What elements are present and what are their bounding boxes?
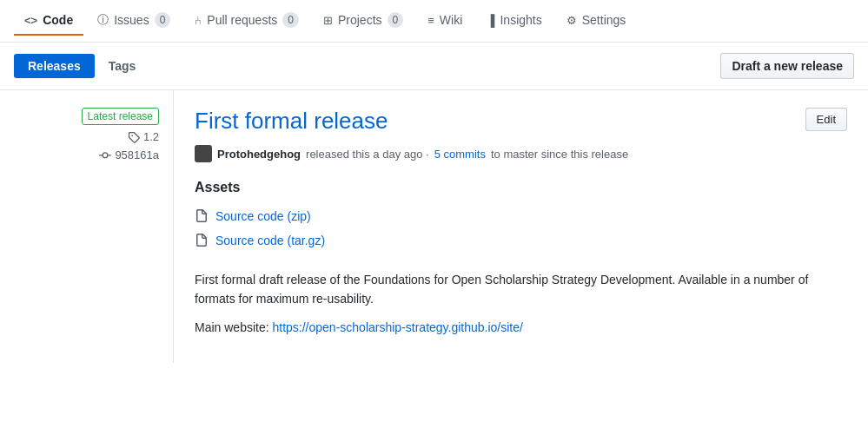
- issues-icon: ⓘ: [97, 12, 109, 28]
- main-content: Latest release 1.2 958161a First formal …: [0, 90, 868, 363]
- nav-wiki-label: Wiki: [440, 13, 462, 27]
- commits-link[interactable]: 5 commits: [434, 148, 486, 161]
- release-sidebar: Latest release 1.2 958161a: [0, 90, 174, 363]
- zip-file-icon: [195, 209, 209, 223]
- insights-icon: ▐: [487, 14, 494, 27]
- commit-icon: [99, 149, 111, 161]
- website-label: Main website:: [195, 320, 269, 334]
- code-icon: <>: [24, 14, 37, 27]
- tag-info: 1.2: [128, 130, 159, 143]
- nav-pr-label: Pull requests: [207, 13, 277, 27]
- release-header: First formal release Edit: [195, 108, 847, 135]
- settings-icon: ⚙: [567, 14, 577, 27]
- nav-insights-label: Insights: [500, 13, 541, 27]
- assets-section: Assets Source code (zip) Source code (ta…: [195, 180, 847, 253]
- release-author: Protohedgehog: [217, 148, 301, 161]
- nav-settings[interactable]: ⚙ Settings: [556, 6, 637, 36]
- nav-code-label: Code: [43, 13, 73, 27]
- assets-title: Assets: [195, 180, 847, 195]
- tar-file-icon: [195, 234, 209, 247]
- website-url-link[interactable]: https://open-scholarship-strategy.github…: [272, 320, 522, 334]
- sub-nav-tabs: Releases Tags: [14, 54, 149, 78]
- source-tar-link[interactable]: Source code (tar.gz): [195, 228, 847, 253]
- release-description: First formal draft release of the Founda…: [195, 270, 847, 337]
- description-text: First formal draft release of the Founda…: [195, 270, 847, 309]
- release-meta: Protohedgehog released this a day ago · …: [195, 145, 847, 162]
- pr-icon: ⑃: [195, 14, 202, 27]
- nav-issues[interactable]: ⓘ Issues 0: [87, 5, 181, 36]
- projects-icon: ⊞: [323, 14, 333, 27]
- tag-icon: [128, 131, 140, 143]
- nav-projects-label: Projects: [338, 13, 382, 27]
- nav-wiki[interactable]: ≡ Wiki: [417, 6, 473, 36]
- tag-version: 1.2: [143, 130, 159, 143]
- source-tar-label: Source code (tar.gz): [215, 234, 325, 247]
- nav-code[interactable]: <> Code: [14, 6, 83, 36]
- wiki-icon: ≡: [427, 14, 434, 27]
- description-website: Main website: https://open-scholarship-s…: [195, 318, 847, 337]
- pr-badge: 0: [282, 12, 299, 28]
- nav-issues-label: Issues: [114, 13, 149, 27]
- projects-badge: 0: [388, 12, 404, 28]
- sub-nav: Releases Tags Draft a new release: [0, 43, 868, 90]
- commits-suffix: to master since this release: [491, 148, 628, 161]
- nav-insights[interactable]: ▐ Insights: [476, 6, 552, 36]
- avatar: [195, 145, 212, 162]
- edit-release-button[interactable]: Edit: [805, 108, 847, 131]
- issues-badge: 0: [155, 12, 171, 28]
- release-action: released this a day ago ·: [306, 148, 429, 161]
- top-nav: <> Code ⓘ Issues 0 ⑃ Pull requests 0 ⊞ P…: [0, 0, 868, 43]
- nav-settings-label: Settings: [582, 13, 626, 27]
- tags-tab[interactable]: Tags: [95, 54, 150, 78]
- draft-release-button[interactable]: Draft a new release: [720, 53, 854, 79]
- release-title: First formal release: [195, 108, 388, 135]
- source-zip-link[interactable]: Source code (zip): [195, 204, 847, 228]
- source-zip-label: Source code (zip): [215, 209, 311, 223]
- nav-pull-requests[interactable]: ⑃ Pull requests 0: [184, 5, 309, 36]
- commit-hash: 958161a: [115, 148, 159, 161]
- releases-tab[interactable]: Releases: [14, 54, 95, 78]
- commit-info: 958161a: [99, 148, 159, 161]
- nav-projects[interactable]: ⊞ Projects 0: [313, 5, 414, 36]
- latest-release-badge: Latest release: [82, 108, 159, 125]
- release-detail: First formal release Edit Protohedgehog …: [174, 90, 868, 363]
